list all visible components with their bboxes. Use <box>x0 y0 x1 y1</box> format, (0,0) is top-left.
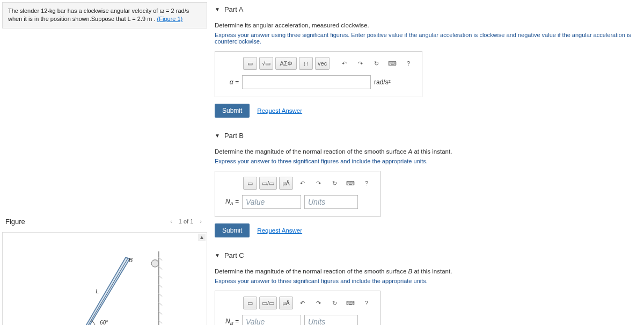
sqrt-icon[interactable]: √▭ <box>259 57 273 70</box>
help-icon[interactable]: ? <box>360 297 374 309</box>
part-a-var: α = <box>222 78 239 86</box>
redo-icon[interactable]: ↷ <box>353 57 367 70</box>
keyboard-icon[interactable]: ⌨ <box>385 57 399 70</box>
redo-icon[interactable]: ↷ <box>311 297 325 309</box>
caret-down-icon: ▼ <box>215 6 220 12</box>
part-a-unit: rad/s² <box>374 78 391 86</box>
part-b: ▼ Part B Determine the magnitude of the … <box>215 128 639 237</box>
help-icon[interactable]: ? <box>360 177 374 190</box>
redo-icon[interactable]: ↷ <box>311 177 325 190</box>
part-c-toolbar: ▭ ▭/▭ µÅ ↶ ↷ ↻ ⌨ ? <box>243 297 374 309</box>
part-b-instruct: Express your answer to three significant… <box>215 158 639 164</box>
part-b-header[interactable]: ▼ Part B <box>215 128 639 143</box>
units-icon[interactable]: µÅ <box>279 177 293 190</box>
part-a-toolbar: ▭ √▭ ΑΣΦ ↕↑ vec ↶ ↷ ↻ ⌨ ? <box>243 57 415 70</box>
reset-icon[interactable]: ↻ <box>327 297 341 309</box>
part-a-submit-button[interactable]: Submit <box>215 104 250 118</box>
part-a-prompt: Determine its angular acceleration, meas… <box>215 22 639 28</box>
part-a-input[interactable] <box>242 75 371 89</box>
part-b-request-link[interactable]: Request Answer <box>257 227 302 234</box>
svg-point-21 <box>151 259 158 266</box>
part-c-title: Part C <box>224 251 244 259</box>
problem-statement: The slender 12-kg bar has a clockwise an… <box>2 2 207 28</box>
part-b-prompt-pre: Determine the magnitude of the normal re… <box>215 148 408 155</box>
figure-link[interactable]: (Figure 1) <box>157 16 183 22</box>
part-c-answer-box: ▭ ▭/▭ µÅ ↶ ↷ ↻ ⌨ ? NB = Value Units <box>215 291 380 325</box>
undo-icon[interactable]: ↶ <box>295 177 309 190</box>
part-c: ▼ Part C Determine the magnitude of the … <box>215 248 639 325</box>
part-b-title: Part B <box>224 132 244 140</box>
part-b-prompt-post: at this instant. <box>412 148 452 155</box>
scroll-up-icon[interactable]: ▲ <box>198 234 206 241</box>
part-a-request-link[interactable]: Request Answer <box>257 107 302 114</box>
part-b-toolbar: ▭ ▭/▭ µÅ ↶ ↷ ↻ ⌨ ? <box>243 177 374 190</box>
part-a: ▼ Part A Determine its angular accelerat… <box>215 2 639 118</box>
undo-icon[interactable]: ↶ <box>337 57 351 70</box>
caret-down-icon: ▼ <box>215 252 220 258</box>
figure-counter: 1 of 1 <box>179 218 194 225</box>
part-c-value-input[interactable]: Value <box>242 315 301 325</box>
part-c-units-input[interactable]: Units <box>304 315 358 325</box>
part-b-var: NA = <box>222 198 239 206</box>
arrows-icon[interactable]: ↕↑ <box>299 57 313 70</box>
vec-icon[interactable]: vec <box>315 57 330 70</box>
part-c-header[interactable]: ▼ Part C <box>215 248 639 263</box>
figure-canvas: ▲ 60° A B L ▼ <box>2 232 207 325</box>
fraction-icon[interactable]: ▭/▭ <box>259 297 277 309</box>
figure-nav: ‹ 1 of 1 › <box>168 218 204 225</box>
part-c-prompt-post: at this instant. <box>412 268 452 275</box>
part-a-instruct: Express your answer using three signific… <box>215 32 639 45</box>
part-c-var: NB = <box>222 317 239 325</box>
reset-icon[interactable]: ↻ <box>327 177 341 190</box>
part-b-prompt: Determine the magnitude of the normal re… <box>215 148 639 155</box>
angle-label: 60° <box>100 320 108 325</box>
point-b-label: B <box>129 257 133 263</box>
figure-prev-icon[interactable]: ‹ <box>168 218 174 225</box>
keyboard-icon[interactable]: ⌨ <box>343 297 357 309</box>
svg-marker-19 <box>84 257 130 325</box>
units-icon[interactable]: µÅ <box>279 297 293 309</box>
template-icon[interactable]: ▭ <box>243 57 257 70</box>
part-b-answer-box: ▭ ▭/▭ µÅ ↶ ↷ ↻ ⌨ ? NA = Value Units <box>215 171 380 217</box>
part-a-answer-box: ▭ √▭ ΑΣΦ ↕↑ vec ↶ ↷ ↻ ⌨ ? α = <box>215 51 422 97</box>
figure-title: Figure <box>5 218 168 226</box>
part-a-title: Part A <box>224 5 243 13</box>
template-icon[interactable]: ▭ <box>243 177 257 190</box>
fraction-icon[interactable]: ▭/▭ <box>259 177 277 190</box>
figure-next-icon[interactable]: › <box>197 218 204 225</box>
template-icon[interactable]: ▭ <box>243 297 257 309</box>
part-a-header[interactable]: ▼ Part A <box>215 2 639 17</box>
undo-icon[interactable]: ↶ <box>295 297 309 309</box>
caret-down-icon: ▼ <box>215 133 220 139</box>
length-label: L <box>96 288 99 294</box>
part-b-submit-button[interactable]: Submit <box>215 223 250 237</box>
greek-icon[interactable]: ΑΣΦ <box>275 57 297 70</box>
reset-icon[interactable]: ↻ <box>369 57 383 70</box>
part-b-units-input[interactable]: Units <box>304 195 358 209</box>
figure-header: Figure ‹ 1 of 1 › <box>0 213 209 230</box>
part-c-prompt: Determine the magnitude of the normal re… <box>215 268 639 275</box>
part-c-instruct: Express your answer to three significant… <box>215 278 639 284</box>
part-b-value-input[interactable]: Value <box>242 195 301 209</box>
part-c-prompt-pre: Determine the magnitude of the normal re… <box>215 268 408 275</box>
keyboard-icon[interactable]: ⌨ <box>343 177 357 190</box>
help-icon[interactable]: ? <box>401 57 415 70</box>
